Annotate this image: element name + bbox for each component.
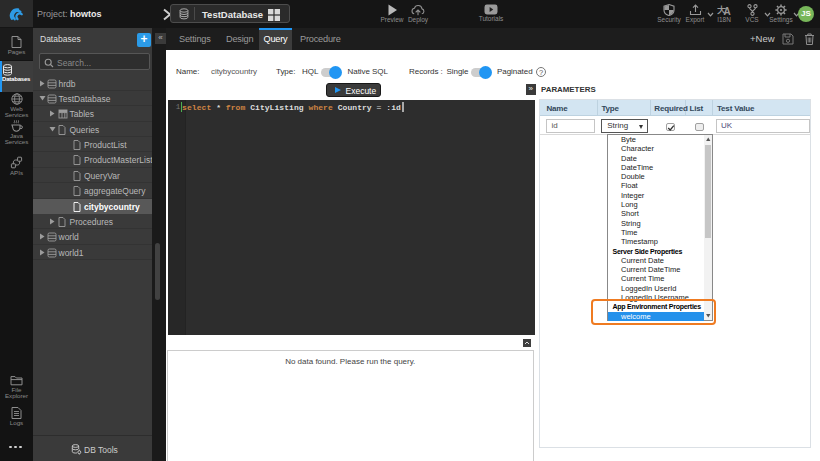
svg-text:A: A [724,6,731,16]
